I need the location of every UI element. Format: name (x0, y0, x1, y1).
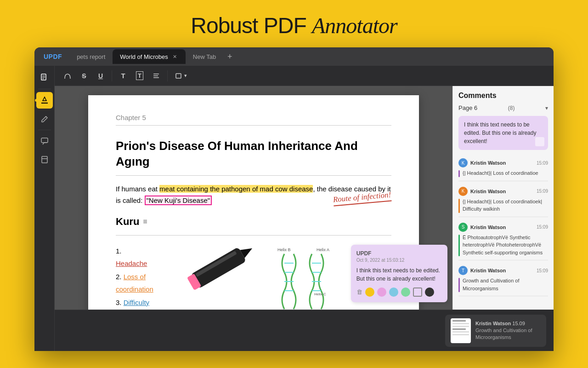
pdf-viewer[interactable]: Chapter 5 Prion's Disease Of Human Inher… (55, 86, 452, 310)
active-comment[interactable]: I think this text needs to be edited. Bu… (458, 116, 548, 150)
toolbar-align-btn[interactable] (149, 69, 164, 83)
content-row: 1. Headache 2. Loss of coordination 3. D… (116, 245, 391, 310)
tab-label: pets report (77, 53, 105, 60)
toolbar-textbox-btn[interactable]: T (132, 69, 147, 83)
rect-dropdown-icon: ▾ (184, 73, 187, 79)
sticky-square-btn[interactable] (413, 288, 422, 297)
list-area: 1. Headache 2. Loss of coordination 3. D… (116, 245, 153, 310)
text-label: T (121, 72, 125, 80)
sticky-color-green[interactable] (401, 288, 410, 297)
tab-world-of-microbes[interactable]: World of Microbes ✕ (113, 49, 186, 64)
pdf-heading-kuru: Kuru ≡ (116, 216, 147, 228)
comment-text-3: Ë PhotoautotrophVë Synthetic heterotroph… (463, 234, 548, 257)
item-walking: Difficulty walking (116, 299, 149, 310)
toolbar-sep-1 (112, 70, 112, 81)
list-item-3: 3. Difficulty walking (116, 296, 153, 310)
app-title: Robust PDF Annotator (0, 13, 588, 38)
bottom-bar: Kristin Watson 15.09 Growth and Cultivat… (55, 310, 554, 351)
comment-time-2: 15:09 (537, 189, 548, 194)
page-label: Page 6 (458, 104, 477, 111)
tab-label: New Tab (193, 53, 216, 60)
tab-pets-report[interactable]: pets report (69, 49, 113, 64)
content-area: S U T T (55, 66, 554, 351)
comment-text-2: {| Headacht}| Loss of coordinatioek| Dif… (463, 198, 548, 213)
comment-item-4: T Kristin Watson 15:09 Growth and Cultiv… (458, 262, 548, 296)
sidebar-comment-icon[interactable] (36, 133, 53, 150)
dna-illustration: Helix B Helix A (273, 245, 342, 310)
page-expand-icon[interactable]: ▾ (545, 105, 548, 111)
comments-title: Comments (458, 92, 548, 100)
item-coordination: Loss of coordination (116, 273, 153, 293)
list-items: 1. Headache 2. Loss of coordination 3. D… (116, 245, 153, 310)
sticky-note[interactable]: UPDF Oct 9, 2022 at 15:03:12 I think thi… (351, 245, 447, 302)
toolbar: S U T T (55, 66, 554, 86)
thumb-line-3 (452, 326, 469, 327)
svg-rect-8 (153, 77, 159, 78)
comment-body-4: Growth and Cultivation of Microorganisms (458, 277, 548, 292)
page-count: (8) (508, 105, 515, 111)
sticky-date: Oct 9, 2022 at 15:03:12 (356, 258, 442, 263)
logo-text: UPDF (44, 53, 62, 60)
toolbar-text-btn[interactable]: T (116, 69, 130, 83)
sidebar-divider-2 (38, 130, 51, 130)
sidebar-highlight-icon[interactable] (36, 92, 53, 109)
app-title-italic: Annotator (312, 13, 397, 38)
active-indicator (35, 99, 38, 102)
chapter-label: Chapter 5 (116, 114, 391, 121)
comment-name-2: Kristin Watson (470, 189, 506, 194)
highlight-new-kujis: "New Kuji's Disease" (145, 196, 212, 205)
sticky-header: UPDF (356, 250, 442, 257)
marker-svg (170, 230, 275, 310)
sticky-color-yellow[interactable] (365, 288, 374, 297)
content-comments: Chapter 5 Prion's Disease Of Human Inher… (55, 86, 554, 310)
preview-author: Kristin Watson 15.09 (475, 321, 541, 326)
sidebar-bookmark-icon[interactable] (36, 151, 53, 168)
page-badge: Page 6 (8) ▾ (458, 104, 548, 111)
sticky-trash-icon[interactable]: 🗑 (356, 288, 362, 295)
comment-author-3: S Kristin Watson 15:09 (458, 223, 548, 232)
app-header: Robust PDF Annotator (0, 0, 588, 47)
svg-text:Helix A: Helix A (317, 247, 329, 252)
thumb-line-1 (452, 320, 466, 322)
thumb-line-2 (452, 323, 469, 324)
svg-text:PrP wildtype: PrP wildtype (282, 309, 305, 310)
preview-title: Growth and Cultivation of Microorganisms (475, 327, 541, 340)
sidebar-pages-icon[interactable] (36, 69, 53, 86)
sticky-color-dark[interactable] (425, 288, 434, 297)
main-area: S U T T (34, 66, 554, 351)
comment-avatar-1: K (458, 158, 468, 167)
comment-avatar-3: S (458, 223, 468, 232)
tab-close-icon[interactable]: ✕ (172, 53, 178, 60)
sticky-color-blue[interactable] (389, 288, 398, 297)
comment-item-3: S Kristin Watson 15:09 Ë PhotoautotrophV… (458, 219, 548, 261)
toolbar-rect-btn[interactable]: ▾ (171, 70, 191, 81)
highlight-mad-cow: meat containing the pathogen of mad cow … (159, 185, 313, 193)
toolbar-underline-btn[interactable]: U (93, 69, 108, 83)
textbox-label: T (136, 71, 143, 80)
underline-label: U (98, 72, 103, 80)
comment-avatar-2: K (458, 187, 468, 196)
comment-bar-1 (458, 170, 460, 177)
tab-bar: UPDF pets report World of Microbes ✕ New… (34, 47, 554, 66)
comment-bar-2 (458, 199, 460, 213)
tab-new-tab[interactable]: New Tab (186, 49, 223, 64)
tab-add-button[interactable]: + (223, 50, 236, 63)
svg-rect-5 (42, 156, 47, 163)
pdf-page: Chapter 5 Prion's Disease Of Human Inher… (88, 95, 419, 310)
kuru-label: Kuru (116, 216, 139, 228)
comment-time-3: 15:09 (537, 224, 548, 230)
preview-info: Kristin Watson 15.09 Growth and Cultivat… (475, 321, 541, 340)
svg-text:Helix B: Helix B (277, 247, 291, 252)
item-headache: Headache (116, 259, 147, 267)
chapter-divider (116, 125, 391, 126)
comment-body-3: Ë PhotoautotrophVë Synthetic heterotroph… (458, 234, 548, 257)
comment-author-2: K Kristin Watson 15:09 (458, 187, 548, 196)
preview-author-time: 15.09 (512, 321, 525, 326)
toolbar-arch-btn[interactable] (60, 69, 75, 83)
sticky-color-pink[interactable] (377, 288, 386, 297)
comment-author-1: K Kristin Watson 15:09 (458, 158, 548, 167)
sidebar-edit-icon[interactable] (36, 110, 53, 127)
preview-card[interactable]: Kristin Watson 15.09 Growth and Cultivat… (445, 315, 546, 347)
toolbar-strikethrough-btn[interactable]: S (77, 69, 91, 83)
comment-text-4: Growth and Cultivation of Microorganisms (463, 277, 548, 292)
